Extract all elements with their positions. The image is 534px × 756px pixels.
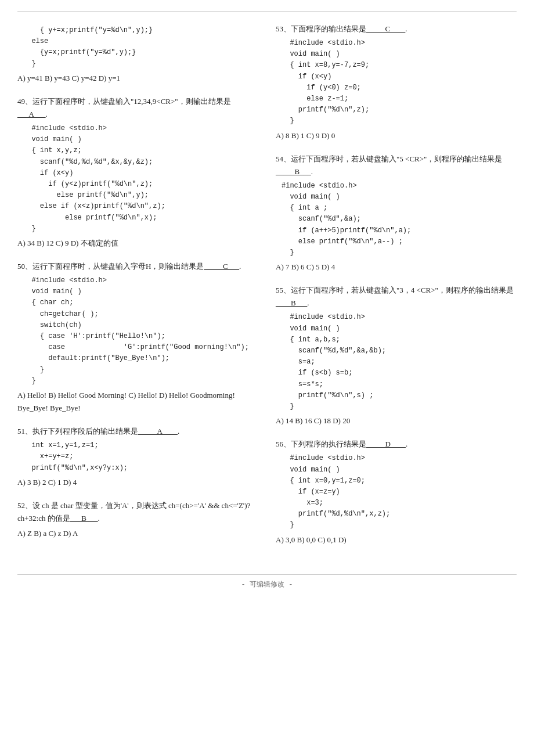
q50-text: 50、运行下面程序时，从键盘输入字母H，则输出结果是_____C___. <box>17 260 258 273</box>
q50-code: #include <stdio.h> void main( ) { char c… <box>23 275 258 387</box>
q55-code: #include <stdio.h> void main( ) { int a,… <box>282 312 517 412</box>
q55-text: 55、运行下面程序时，若从键盘输入"3，4 <CR>"，则程序的输出结果是___… <box>276 284 517 309</box>
question-56: 56、下列程序的执行结果是_____D____. #include <stdio… <box>276 438 517 546</box>
right-column: 53、下面程序的输出结果是_____C____. #include <stdio… <box>276 23 517 557</box>
q51-code: int x=1,y=1,z=1; x+=y+=z; printf("%d\n",… <box>23 440 258 474</box>
q55-options: A) 14 B) 16 C) 18 D) 20 <box>276 415 517 427</box>
continuation-options: A) y=41 B) y=43 C) y=42 D) y=1 <box>17 72 258 85</box>
q54-code: #include <stdio.h> void main( ) { int a … <box>282 181 517 258</box>
q49-blank: ___A___ <box>17 110 45 118</box>
q55-blank: ____B___ <box>276 298 307 307</box>
q52-text: 52、设 ch 是 char 型变量，值为'A'，则表达式 ch=(ch>='A… <box>17 499 258 525</box>
left-column: { y+=x;printf("y=%d\n",y);} else {y=x;pr… <box>17 23 258 557</box>
q56-options: A) 3,0 B) 0,0 C) 0,1 D) <box>276 534 517 546</box>
question-50: 50、运行下面程序时，从键盘输入字母H，则输出结果是_____C___. #in… <box>17 260 258 415</box>
question-49: 49、运行下面程序时，从键盘输入"12,34,9<CR>"，则输出结果是___A… <box>17 95 258 250</box>
q53-blank: _____C____ <box>366 24 405 33</box>
q49-options: A) 34 B) 12 C) 9 D) 不确定的值 <box>17 237 258 250</box>
q50-blank: _____C___ <box>204 262 239 271</box>
q53-options: A) 8 B) 1 C) 9 D) 0 <box>276 129 517 142</box>
footer-text: - 可编辑修改 - <box>241 581 293 589</box>
continuation-code: { y+=x;printf("y=%d\n",y);} else {y=x;pr… <box>23 25 258 70</box>
q49-code: #include <stdio.h> void main( ) { int x,… <box>23 123 258 235</box>
q56-blank: _____D____ <box>366 440 406 448</box>
q50-options: A) Hello! B) Hello! Good Morning! C) Hel… <box>17 389 258 415</box>
two-column-layout: { y+=x;printf("y=%d\n",y);} else {y=x;pr… <box>17 23 517 557</box>
q51-options: A) 3 B) 2 C) 1 D) 4 <box>17 476 258 489</box>
q53-text: 53、下面程序的输出结果是_____C____. <box>276 23 517 35</box>
footer: - 可编辑修改 - <box>17 574 517 589</box>
q54-text: 54、运行下面程序时，若从键盘输入"5 <CR>"，则程序的输出结果是_____… <box>276 153 517 178</box>
q52-blank: ___B___ <box>70 514 98 523</box>
q53-code: #include <stdio.h> void main( ) { int x=… <box>282 38 517 127</box>
q54-options: A) 7 B) 6 C) 5 D) 4 <box>276 261 517 273</box>
question-51: 51、执行下列程序段后的输出结果是_____A____. int x=1,y=1… <box>17 425 258 489</box>
question-54: 54、运行下面程序时，若从键盘输入"5 <CR>"，则程序的输出结果是_____… <box>276 153 517 274</box>
question-52: 52、设 ch 是 char 型变量，值为'A'，则表达式 ch=(ch>='A… <box>17 499 258 540</box>
question-55: 55、运行下面程序时，若从键盘输入"3，4 <CR>"，则程序的输出结果是___… <box>276 284 517 427</box>
page: { y+=x;printf("y=%d\n",y);} else {y=x;pr… <box>17 12 517 589</box>
question-continuation: { y+=x;printf("y=%d\n",y);} else {y=x;pr… <box>17 25 258 85</box>
q51-blank: _____A____ <box>138 427 178 435</box>
question-53: 53、下面程序的输出结果是_____C____. #include <stdio… <box>276 23 517 142</box>
q54-blank: _____B___ <box>276 167 311 176</box>
top-divider <box>17 12 517 12</box>
q56-code: #include <stdio.h> void main( ) { int x=… <box>282 453 517 531</box>
q51-text: 51、执行下列程序段后的输出结果是_____A____. <box>17 425 258 438</box>
q49-text: 49、运行下面程序时，从键盘输入"12,34,9<CR>"，则输出结果是___A… <box>17 95 258 121</box>
q52-options: A) Z B) a C) z D) A <box>17 527 258 540</box>
q56-text: 56、下列程序的执行结果是_____D____. <box>276 438 517 451</box>
